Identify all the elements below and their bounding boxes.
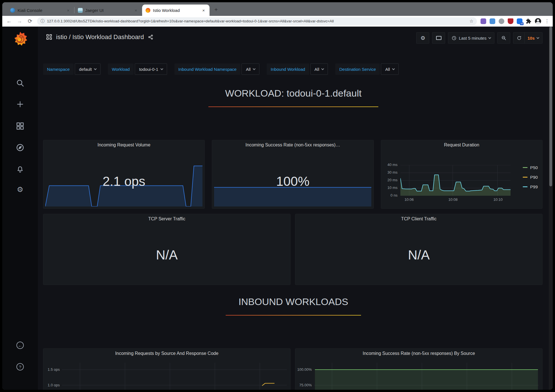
extension-icon-blue[interactable] xyxy=(490,18,495,24)
x-axis-tick: 10:08 xyxy=(448,197,458,202)
extension-badge: 26 xyxy=(520,22,524,25)
panel-row-3: Incoming Requests by Source And Response… xyxy=(43,348,543,390)
url-text: 127.0.0.1:3002/d/UbsSZTDik/istio-workloa… xyxy=(47,19,467,23)
panel-incoming-request-volume: Incoming Request Volume 2.1 ops xyxy=(43,140,205,209)
new-tab-button[interactable]: + xyxy=(212,5,220,14)
tab-title: Jaeger UI xyxy=(85,8,131,13)
sign-in-icon[interactable]: ← xyxy=(16,342,24,349)
cycle-view-mode-button[interactable] xyxy=(432,32,445,44)
refresh-button-group[interactable]: 10s xyxy=(513,32,543,44)
y-axis-tick: 75.00% xyxy=(295,383,312,387)
extension-icon-purple[interactable] xyxy=(481,18,486,24)
template-variables-row: Namespace default Workload todoui-0-1 In… xyxy=(43,63,399,75)
help-icon[interactable]: ? xyxy=(16,363,24,370)
stat-value: N/A xyxy=(295,247,542,263)
zoom-out-button[interactable] xyxy=(497,32,510,44)
variable-label: Namespace xyxy=(43,63,74,75)
variable-label: Inbound Workload Namespace xyxy=(174,63,241,75)
tab-jaeger-ui[interactable]: Jaeger UI × xyxy=(74,5,142,16)
extension-icon-badge26[interactable]: 26 xyxy=(517,18,522,24)
variable-label: Destination Service xyxy=(335,63,380,75)
back-button[interactable]: ← xyxy=(6,18,12,24)
tab-istio-workload-active[interactable]: Istio Workload × xyxy=(142,5,210,16)
dashboards-grid-icon[interactable] xyxy=(16,122,24,130)
panel-title[interactable]: Incoming Request Volume xyxy=(43,142,204,148)
extensions-puzzle-icon[interactable] xyxy=(526,18,531,24)
grafana-sidebar: ⚙ ← ? xyxy=(2,27,38,390)
y-axis-tick: 1.5 ops xyxy=(43,367,60,372)
alerting-bell-icon[interactable] xyxy=(16,165,24,173)
tab-close-icon[interactable]: × xyxy=(66,8,71,13)
site-info-icon[interactable]: ⓘ xyxy=(40,19,44,24)
variable-label: Inbound Workload xyxy=(267,63,309,75)
legend-item-p99[interactable]: P99 xyxy=(523,184,538,189)
gear-icon: ⚙ xyxy=(420,35,425,41)
create-plus-icon[interactable] xyxy=(16,100,24,108)
request-duration-chart xyxy=(400,165,511,196)
panel-title[interactable]: Incoming Success Rate (non-5xx responses… xyxy=(295,351,542,356)
stat-value: 2.1 ops xyxy=(43,174,204,189)
section-underline xyxy=(208,106,378,107)
tab-close-icon[interactable]: × xyxy=(201,8,206,13)
variable-value-dropdown[interactable]: All xyxy=(381,63,399,75)
requests-by-source-chart xyxy=(62,363,287,390)
reload-button[interactable]: ⟳ xyxy=(27,18,33,24)
panel-title[interactable]: TCP Server Traffic xyxy=(43,216,290,221)
panel-title[interactable]: TCP Client Traffic xyxy=(295,216,542,221)
panel-title[interactable]: Incoming Success Rate (non-5xx responses… xyxy=(212,142,373,148)
extension-icon-shield[interactable] xyxy=(508,18,513,24)
panel-title[interactable]: Request Duration xyxy=(381,142,542,148)
profile-avatar[interactable] xyxy=(535,18,541,24)
refresh-icon[interactable] xyxy=(517,36,522,41)
tab-title: Istio Workload xyxy=(153,8,198,13)
scrollbar-thumb[interactable] xyxy=(549,27,552,186)
browser-window: Kiali Console × Jaeger UI × Istio Worklo… xyxy=(2,2,553,390)
chevron-down-icon xyxy=(253,67,256,70)
tab-close-icon[interactable]: × xyxy=(133,8,138,13)
legend-item-p90[interactable]: P90 xyxy=(523,174,538,180)
panel-row-1: Incoming Request Volume 2.1 ops Incoming… xyxy=(43,140,543,209)
page-scrollbar[interactable] xyxy=(549,27,553,390)
refresh-interval-label[interactable]: 10s xyxy=(528,36,535,41)
browser-toolbar: ← → ⟳ ⓘ 127.0.0.1:3002/d/UbsSZTDik/istio… xyxy=(2,16,553,27)
search-icon[interactable] xyxy=(16,79,24,87)
chevron-down-icon xyxy=(488,36,491,39)
bookmark-star-icon[interactable]: ☆ xyxy=(469,18,473,24)
address-bar[interactable]: ⓘ 127.0.0.1:3002/d/UbsSZTDik/istio-workl… xyxy=(37,17,477,25)
variable-value-dropdown[interactable]: All xyxy=(242,63,259,75)
legend-swatch xyxy=(523,177,528,178)
monitor-icon xyxy=(436,36,441,40)
dashboard-title: istio / Istio Workload Dashboard xyxy=(56,33,144,41)
panel-tcp-client-traffic: TCP Client Traffic N/A xyxy=(295,214,543,285)
variable-value-dropdown[interactable]: default xyxy=(75,63,101,75)
explore-compass-icon[interactable] xyxy=(16,143,24,152)
variable-value-dropdown[interactable]: todoui-0-1 xyxy=(135,63,167,75)
dashboard-squares-icon[interactable] xyxy=(46,34,52,40)
jaeger-favicon-icon xyxy=(78,8,83,13)
share-icon[interactable] xyxy=(148,34,153,40)
y-axis-tick: 100.00% xyxy=(295,367,312,372)
legend-item-p50[interactable]: P50 xyxy=(523,165,538,170)
variable-value-dropdown[interactable]: All xyxy=(310,63,328,75)
extension-icon-gear[interactable] xyxy=(499,18,504,24)
chevron-down-icon xyxy=(94,67,97,70)
tab-kiali-console[interactable]: Kiali Console × xyxy=(7,5,74,16)
variable-inbound-workload: Inbound Workload All xyxy=(267,63,328,75)
forward-button[interactable]: → xyxy=(16,18,23,24)
kiali-favicon-icon xyxy=(10,8,15,13)
panel-title[interactable]: Incoming Requests by Source And Response… xyxy=(43,351,290,356)
extensions-row: 26 ⋮ xyxy=(481,18,549,24)
grafana-logo-icon[interactable] xyxy=(12,31,28,48)
dashboard-settings-button[interactable]: ⚙ xyxy=(416,32,429,44)
chart-legend: P50 P90 P99 xyxy=(523,165,538,189)
variable-namespace: Namespace default xyxy=(43,63,101,75)
configuration-gear-icon[interactable]: ⚙ xyxy=(17,186,23,193)
time-range-picker[interactable]: Last 5 minutes xyxy=(448,32,494,44)
variable-workload: Workload todoui-0-1 xyxy=(108,63,167,75)
stat-value: N/A xyxy=(43,247,290,263)
workload-section-title: WORKLOAD: todoui-0-1.default xyxy=(38,88,549,99)
button-divider xyxy=(524,32,525,44)
zoom-out-icon xyxy=(501,35,506,41)
browser-menu-icon[interactable]: ⋮ xyxy=(545,18,549,24)
panel-incoming-success-rate: Incoming Success Rate (non-5xx responses… xyxy=(212,140,373,209)
